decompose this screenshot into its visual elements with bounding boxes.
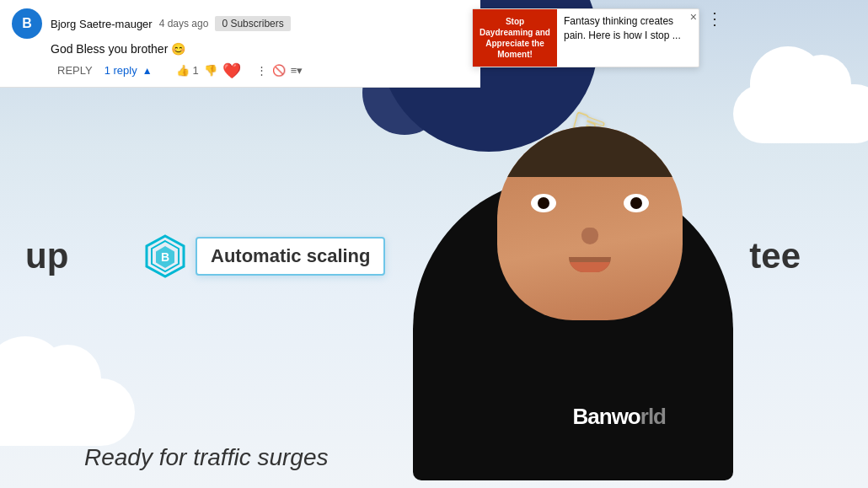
- shirt-text: Banwo: [573, 404, 640, 429]
- avatar: B: [12, 8, 42, 39]
- banwo-hexagon-icon: B: [143, 234, 187, 278]
- reply-button[interactable]: REPLY: [51, 61, 99, 80]
- scaling-label: Automatic scaling: [196, 237, 385, 276]
- comment-text: God Bless you brother 😊: [51, 42, 469, 56]
- dislike-button[interactable]: 👎: [204, 64, 217, 77]
- comment-author-row: Bjorg Saetre-mauger 4 days ago 0 Subscri…: [51, 16, 291, 31]
- ad-thumbnail-text: Stop Daydreaming and Appreciate the Mome…: [480, 16, 550, 60]
- ad-card: Stop Daydreaming and Appreciate the Mome…: [472, 8, 699, 67]
- scaling-badge: B Automatic scaling: [143, 234, 385, 278]
- more-options-button[interactable]: ⋮: [256, 64, 267, 77]
- comment-overlay: B Bjorg Saetre-mauger 4 days ago 0 Subsc…: [0, 0, 480, 88]
- like-button[interactable]: 👍 1: [176, 64, 199, 77]
- cloud-right: [733, 84, 868, 143]
- text-tee-partial: tee: [749, 236, 801, 276]
- cloud-left: [0, 378, 135, 446]
- comment-header: B Bjorg Saetre-mauger 4 days ago 0 Subsc…: [12, 8, 469, 39]
- comment-meta: Bjorg Saetre-mauger 4 days ago 0 Subscri…: [51, 16, 291, 31]
- ad-title[interactable]: Fantasy thinking creates pain. Here is h…: [557, 9, 699, 67]
- format-button[interactable]: ≡▾: [291, 64, 303, 77]
- svg-text:B: B: [161, 250, 169, 264]
- ad-close-button[interactable]: ×: [690, 11, 697, 23]
- like-count: 1: [193, 64, 199, 77]
- reply-count[interactable]: 1 reply: [104, 64, 137, 77]
- page-menu-button[interactable]: ⋮: [706, 8, 723, 29]
- ad-thumbnail: Stop Daydreaming and Appreciate the Mome…: [473, 9, 557, 67]
- chevron-down-icon: ≡▾: [291, 64, 303, 77]
- subscribers-badge: 0 Subscribers: [215, 16, 290, 31]
- comment-author: Bjorg Saetre-mauger: [51, 18, 153, 30]
- comment-time: 4 days ago: [159, 18, 209, 29]
- thumbs-up-icon: 👍: [176, 64, 190, 77]
- hide-button[interactable]: 🚫: [272, 64, 286, 77]
- heart-icon: ❤️: [222, 62, 241, 80]
- person-area: Banworld: [413, 110, 733, 480]
- chevron-up-icon[interactable]: ▲: [142, 65, 153, 77]
- bottom-text: Ready for traffic surges: [84, 444, 328, 471]
- text-up-partial: up: [25, 236, 68, 276]
- comment-actions: REPLY 1 reply ▲ 👍 1 👎 ❤️ ⋮ 🚫 ≡▾: [51, 61, 469, 80]
